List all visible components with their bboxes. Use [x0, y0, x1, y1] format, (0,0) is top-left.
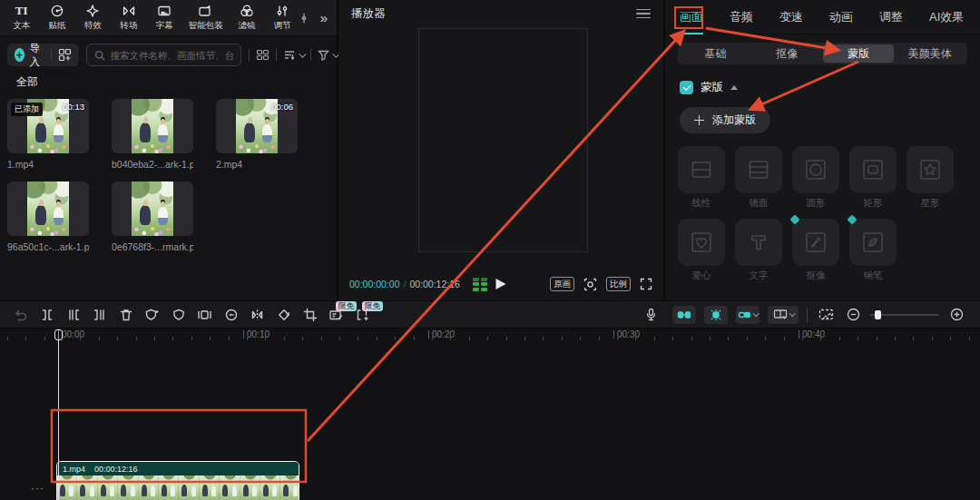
- media-toolbar: + 导入: [7, 44, 329, 66]
- preview-axis-toggle[interactable]: [768, 306, 799, 324]
- captions-icon: [157, 4, 172, 18]
- media-item[interactable]: b040eba2-...ark-1.png: [112, 99, 193, 170]
- tab-audio[interactable]: 音频: [730, 9, 753, 25]
- tab-speed[interactable]: 变速: [779, 9, 803, 25]
- mask-shape-heart[interactable]: 爱心: [678, 219, 725, 282]
- play-button[interactable]: [496, 279, 506, 289]
- zoom-in-icon[interactable]: [947, 301, 965, 328]
- mask-shape-linear[interactable]: 线性: [678, 146, 725, 210]
- zoom-out-icon[interactable]: [844, 301, 862, 328]
- grid-view-icon[interactable]: [256, 48, 270, 62]
- tab-adjust[interactable]: 调整: [879, 9, 903, 25]
- crop-icon[interactable]: [297, 301, 323, 328]
- linkage-toggle[interactable]: [704, 306, 728, 324]
- inspector-subtabs: 基础 抠像 蒙版 美颜美体: [678, 43, 967, 64]
- chevron-down-icon: [789, 310, 795, 317]
- sticker-icon: [50, 4, 64, 18]
- mask-shape-star[interactable]: 星形: [906, 146, 954, 210]
- split-icon[interactable]: [34, 301, 60, 328]
- timeline-ruler[interactable]: 00:00 00:10 00:20 00:30 00:40: [0, 328, 980, 345]
- undo-icon[interactable]: [7, 301, 34, 328]
- ratio-button[interactable]: 比例: [606, 277, 631, 291]
- tab-animation[interactable]: 动画: [829, 9, 853, 25]
- playhead-handle[interactable]: [54, 329, 63, 340]
- mask-shape-circle[interactable]: 圆形: [792, 146, 839, 210]
- record-voiceover-icon[interactable]: [638, 301, 664, 328]
- player-menu-icon[interactable]: [636, 9, 651, 19]
- media-item[interactable]: 00:06 2.mp4: [216, 99, 298, 170]
- subtab-mask[interactable]: 蒙版: [823, 44, 895, 63]
- filter-button[interactable]: [318, 49, 338, 61]
- material-library-icon[interactable]: [58, 48, 72, 62]
- main-toolbar: TI 文本 贴纸 特效 转场 字幕 智能包装 滤镜 调节: [0, 0, 337, 36]
- transition-icon: [122, 4, 136, 18]
- sort-button[interactable]: [283, 49, 304, 61]
- player-controls: 00:00:00:00 / 00:00:12:16 原画 比例: [338, 274, 663, 294]
- mirror-icon[interactable]: [244, 301, 270, 328]
- focus-preview-icon[interactable]: [583, 278, 597, 291]
- toolbar-item-transition[interactable]: 转场: [111, 4, 146, 32]
- rotate-icon[interactable]: [270, 301, 297, 328]
- fullscreen-icon[interactable]: [640, 278, 652, 290]
- toolbar-item-text[interactable]: TI 文本: [4, 4, 39, 32]
- trim-right-icon[interactable]: [86, 301, 113, 328]
- toolbar-item-filters[interactable]: 滤镜: [229, 4, 264, 32]
- clip-filmstrip: [57, 475, 299, 500]
- toolbar-expand-button[interactable]: »: [313, 10, 333, 25]
- filters-icon: [240, 4, 254, 18]
- toolbar-item-adjust[interactable]: 调节: [264, 4, 299, 32]
- reverse-icon[interactable]: [218, 301, 244, 328]
- video-clip[interactable]: 1.mp4 00:00:12:16: [56, 461, 299, 500]
- frame-tool-icon[interactable]: [191, 301, 218, 328]
- mask-shape-mirror[interactable]: 镜面: [735, 146, 782, 210]
- tab-picture[interactable]: 画面: [680, 9, 703, 25]
- toolbar-item-captions[interactable]: 字幕: [147, 4, 182, 32]
- playhead-line[interactable]: [58, 329, 59, 500]
- auto-captions-icon[interactable]: 限免: [323, 301, 349, 328]
- media-grid: 已添加 00:13 1.mp4 b040eba2-...ark-1.png 00…: [7, 99, 337, 252]
- snap-toggle[interactable]: [672, 306, 696, 324]
- timeline-zoom-slider[interactable]: [870, 314, 939, 316]
- mask-shape-pen[interactable]: 钢笔: [849, 219, 897, 282]
- track-options-button[interactable]: ···: [31, 482, 44, 495]
- toolbar-item-effects[interactable]: 特效: [75, 4, 111, 32]
- mask-tool-icon[interactable]: [165, 301, 191, 328]
- mask-shape-rectangle[interactable]: 矩形: [849, 146, 897, 210]
- total-timecode: 00:00:12:16: [409, 279, 459, 289]
- original-quality-button[interactable]: 原画: [550, 277, 574, 291]
- subtab-basic[interactable]: 基础: [680, 44, 751, 63]
- mask-enabled-checkbox[interactable]: [680, 81, 693, 94]
- vip-diamond-icon: [847, 214, 857, 224]
- media-item[interactable]: 96a50c1c-...ark-1.png: [7, 181, 89, 252]
- subtab-beauty[interactable]: 美颜美体: [894, 44, 965, 63]
- zoom-slider-handle[interactable]: [875, 310, 881, 319]
- media-thumbnail: [112, 99, 193, 153]
- audio-meter-icon[interactable]: [473, 278, 487, 291]
- trim-left-icon[interactable]: [60, 301, 86, 328]
- search-box: [86, 44, 241, 66]
- toolbar-item-sticker[interactable]: 贴纸: [39, 4, 74, 32]
- toolbar-item-partial[interactable]: [300, 11, 313, 25]
- added-badge: 已添加: [11, 103, 43, 116]
- media-item[interactable]: 已添加 00:13 1.mp4: [7, 99, 89, 170]
- delete-icon[interactable]: [113, 301, 139, 328]
- video-preview[interactable]: [419, 29, 587, 251]
- link-clips-toggle[interactable]: [736, 306, 760, 324]
- subtab-chroma-key[interactable]: 抠像: [751, 44, 823, 63]
- collapse-caret-icon[interactable]: [730, 85, 738, 90]
- app-root: { "colors": { "accent": "#3fd2cd", "anno…: [0, 0, 980, 500]
- inspector-panel: 画面 音频 变速 动画 调整 AI效果 基础 抠像 蒙版 美颜美体 蒙版 添加蒙…: [665, 0, 980, 300]
- mask-shape-cutout[interactable]: 抠像: [792, 219, 839, 282]
- add-mask-button[interactable]: 添加蒙版: [680, 107, 770, 133]
- freeze-frame-icon[interactable]: [139, 301, 165, 328]
- media-item[interactable]: 0e6768f3-...rmark.png: [112, 181, 193, 252]
- mask-shape-text[interactable]: 文字: [735, 219, 782, 282]
- search-input[interactable]: [111, 50, 233, 61]
- import-button[interactable]: + 导入: [15, 42, 44, 69]
- effects-icon: [85, 4, 100, 18]
- tab-ai-effects[interactable]: AI效果: [929, 9, 964, 25]
- snapshot-icon[interactable]: [816, 301, 836, 328]
- toolbar-item-smart-pack[interactable]: 智能包装: [182, 4, 229, 32]
- player-title: 播放器: [351, 6, 386, 22]
- thumbnail-image: [132, 99, 173, 153]
